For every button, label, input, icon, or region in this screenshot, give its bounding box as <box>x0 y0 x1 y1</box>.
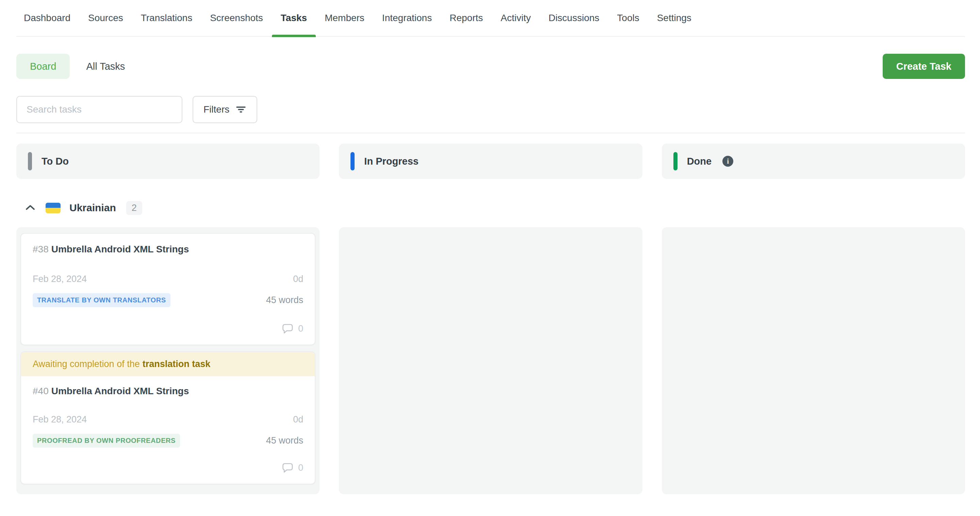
nav-item-integrations[interactable]: Integrations <box>382 0 432 37</box>
language-group-count-badge: 2 <box>126 201 142 215</box>
language-group-name: Ukrainian <box>69 202 116 214</box>
nav-item-discussions[interactable]: Discussions <box>549 0 599 37</box>
banner-bold-text: translation task <box>143 359 211 369</box>
task-card-38[interactable]: #38Umbrella Android XML Strings Feb 28, … <box>21 233 315 345</box>
nav-item-sources[interactable]: Sources <box>88 0 123 37</box>
task-title-row: #40Umbrella Android XML Strings <box>33 385 303 397</box>
task-badge-row: Proofread by own proofreaders 45 words <box>33 434 303 448</box>
nav-item-members[interactable]: Members <box>325 0 364 37</box>
top-navigation: Dashboard Sources Translations Screensho… <box>16 0 965 37</box>
filter-lines-icon <box>235 105 247 114</box>
column-header-done: Done i <box>662 143 965 179</box>
nav-item-activity[interactable]: Activity <box>501 0 531 37</box>
awaiting-completion-banner: Awaiting completion of the translation t… <box>21 352 315 376</box>
board-lanes: #38Umbrella Android XML Strings Feb 28, … <box>16 227 965 494</box>
task-id: #38 <box>33 244 49 254</box>
lane-in-progress <box>339 227 642 494</box>
task-comments[interactable]: 0 <box>33 323 303 334</box>
column-header-todo: To Do <box>16 143 320 179</box>
done-status-marker <box>673 152 678 170</box>
nav-item-tools[interactable]: Tools <box>617 0 639 37</box>
column-header-done-label: Done <box>687 156 712 167</box>
task-duration: 0d <box>293 414 303 425</box>
task-comment-count: 0 <box>298 463 303 473</box>
task-date: Feb 28, 2024 <box>33 274 87 284</box>
create-task-button[interactable]: Create Task <box>883 54 965 79</box>
search-tasks-input[interactable] <box>16 96 182 123</box>
task-comments[interactable]: 0 <box>33 462 303 473</box>
column-header-in-progress-label: In Progress <box>364 156 418 167</box>
banner-text: Awaiting completion of the <box>33 359 140 369</box>
task-word-count: 45 words <box>266 435 304 446</box>
view-toolbar: Board All Tasks Create Task <box>16 54 965 79</box>
language-group-header: Ukrainian 2 <box>16 198 965 218</box>
task-title: Umbrella Android XML Strings <box>51 386 189 396</box>
in-progress-status-marker <box>350 152 355 170</box>
ukraine-flag-icon <box>46 203 60 213</box>
task-type-badge: Translate by own translators <box>33 293 170 307</box>
task-id: #40 <box>33 386 49 396</box>
column-header-in-progress: In Progress <box>339 143 642 179</box>
comment-bubble-icon <box>282 462 293 473</box>
board-column-headers: To Do In Progress Done i <box>16 143 965 179</box>
lane-todo: #38Umbrella Android XML Strings Feb 28, … <box>16 227 320 494</box>
task-meta-row: Feb 28, 2024 0d <box>33 414 303 425</box>
nav-item-tasks[interactable]: Tasks <box>281 0 307 37</box>
tasks-page: Dashboard Sources Translations Screensho… <box>0 0 980 494</box>
lane-done <box>662 227 965 494</box>
nav-item-reports[interactable]: Reports <box>450 0 483 37</box>
board-view-button[interactable]: Board <box>16 54 70 79</box>
all-tasks-view-button[interactable]: All Tasks <box>86 61 125 72</box>
nav-item-screenshots[interactable]: Screenshots <box>210 0 263 37</box>
task-card-40[interactable]: Awaiting completion of the translation t… <box>21 351 315 484</box>
filters-button-label: Filters <box>204 104 229 115</box>
task-date: Feb 28, 2024 <box>33 414 87 425</box>
info-icon[interactable]: i <box>722 156 733 167</box>
column-header-todo-label: To Do <box>41 156 69 167</box>
nav-item-translations[interactable]: Translations <box>141 0 192 37</box>
task-word-count: 45 words <box>266 295 304 305</box>
todo-status-marker <box>28 152 32 170</box>
task-title: Umbrella Android XML Strings <box>51 244 189 254</box>
nav-item-settings[interactable]: Settings <box>657 0 692 37</box>
filters-button[interactable]: Filters <box>192 96 257 123</box>
task-comment-count: 0 <box>298 324 303 334</box>
section-divider <box>16 133 965 133</box>
comment-bubble-icon <box>282 323 293 334</box>
task-type-badge: Proofread by own proofreaders <box>33 434 180 448</box>
task-meta-row: Feb 28, 2024 0d <box>33 274 303 284</box>
chevron-up-icon[interactable] <box>24 202 37 214</box>
task-title-row: #38Umbrella Android XML Strings <box>33 243 303 256</box>
task-duration: 0d <box>293 274 303 284</box>
search-row: Filters <box>16 96 965 123</box>
task-badge-row: Translate by own translators 45 words <box>33 293 303 307</box>
nav-item-dashboard[interactable]: Dashboard <box>24 0 70 37</box>
